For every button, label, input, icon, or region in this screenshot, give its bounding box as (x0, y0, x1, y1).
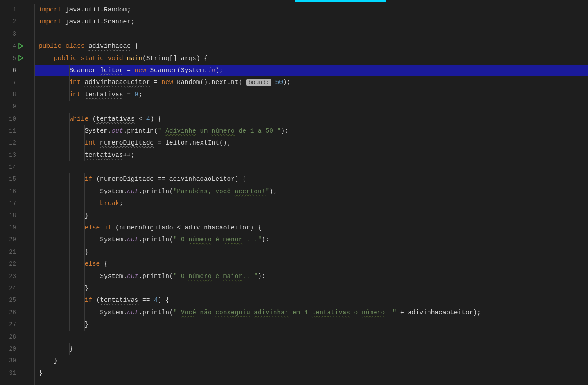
code-line[interactable]: public class adivinhacao { (35, 40, 588, 52)
code-token (38, 260, 84, 267)
gutter-row[interactable]: 29 (0, 343, 27, 355)
code-line[interactable]: int tentativas = 0; (35, 89, 588, 101)
run-gutter-icon (18, 346, 24, 352)
gutter-row[interactable]: 1 (0, 4, 27, 16)
gutter-row[interactable]: 14 (0, 161, 27, 173)
code-line[interactable]: if (numeroDigitado == adivinhacaoLeitor)… (35, 173, 588, 185)
indent-guide (54, 65, 54, 76)
code-line[interactable]: int numeroDigitado = leitor.nextInt(); (35, 137, 588, 149)
gutter-row[interactable]: 23 (0, 271, 27, 282)
gutter-row[interactable]: 19 (0, 222, 27, 234)
gutter-row[interactable]: 5 (0, 53, 27, 65)
gutter-row[interactable]: 10 (0, 113, 27, 125)
code-token: } (38, 321, 88, 328)
gutter-row[interactable]: 18 (0, 210, 27, 222)
code-line[interactable]: System.out.println("Parabéns, você acert… (35, 186, 588, 198)
code-line[interactable]: tentativas++; (35, 149, 588, 161)
indent-guide (69, 186, 70, 198)
code-line[interactable]: import java.util.Scanner; (35, 16, 588, 28)
code-token: = (123, 67, 134, 74)
gutter-row[interactable]: 4 (0, 40, 27, 52)
code-line[interactable]: Scanner leitor = new Scanner(System.in); (35, 65, 588, 76)
indent-guide (54, 125, 54, 137)
code-token: else if (84, 224, 115, 231)
gutter-row[interactable]: 2 (0, 16, 27, 28)
code-token (38, 55, 54, 62)
run-gutter-icon[interactable] (18, 43, 24, 50)
gutter-row[interactable]: 12 (0, 137, 27, 149)
code-line[interactable]: } (35, 319, 588, 331)
gutter-row[interactable]: 8 (0, 89, 27, 101)
code-line[interactable]: else if (numeroDigitado < adivinhacaoLei… (35, 222, 588, 234)
indent-guide (84, 210, 85, 222)
gutter-row[interactable]: 27 (0, 319, 27, 331)
gutter[interactable]: 1234567891011121314151617181920212223242… (0, 4, 27, 385)
indent-guide (69, 282, 70, 294)
gutter-row[interactable]: 30 (0, 355, 27, 367)
gutter-row[interactable]: 11 (0, 125, 27, 137)
run-gutter-icon (18, 309, 24, 316)
gutter-row[interactable]: 26 (0, 307, 27, 319)
code-token: System. (38, 236, 127, 243)
code-token: ( (96, 297, 100, 304)
code-line[interactable]: System.out.println(" O número é maior...… (35, 271, 588, 282)
code-line[interactable] (35, 28, 588, 40)
code-line[interactable]: while (tentativas < 4) { (35, 113, 588, 125)
code-line[interactable]: System.out.println(" O número é menor ..… (35, 234, 588, 246)
gutter-row[interactable]: 28 (0, 331, 27, 343)
run-gutter-icon (18, 164, 24, 171)
gutter-row[interactable]: 3 (0, 28, 27, 40)
gutter-row[interactable]: 24 (0, 282, 27, 294)
code-line[interactable]: else { (35, 258, 588, 270)
run-gutter-icon (18, 322, 24, 328)
code-token: + adivinhacaoLeitor); (396, 309, 481, 316)
code-line[interactable]: } (35, 246, 588, 258)
gutter-row[interactable]: 25 (0, 294, 27, 306)
code-line[interactable]: public static void main(String[] args) { (35, 53, 588, 65)
run-gutter-icon (18, 297, 24, 304)
code-line[interactable]: System.out.println(" Adivinhe um número … (35, 125, 588, 137)
gutter-row[interactable]: 22 (0, 258, 27, 270)
code-line[interactable]: System.out.println(" Você não conseguiu … (35, 307, 588, 319)
code-line[interactable]: if (tentativas == 4) { (35, 294, 588, 306)
code-line[interactable] (35, 101, 588, 113)
code-token: número (212, 127, 235, 134)
code-token: import (38, 18, 65, 25)
run-gutter-icon[interactable] (18, 55, 24, 61)
gutter-row[interactable]: 17 (0, 198, 27, 210)
gutter-row[interactable]: 7 (0, 76, 27, 88)
gutter-row[interactable]: 13 (0, 149, 27, 161)
code-token: ); (281, 127, 288, 134)
code-line[interactable]: import java.util.Random; (35, 4, 588, 16)
line-number: 10 (5, 113, 16, 125)
indent-guide (69, 246, 70, 258)
gutter-row[interactable]: 20 (0, 234, 27, 246)
code-area[interactable]: import java.util.Random;import java.util… (35, 4, 588, 385)
code-token: leitor (100, 67, 123, 74)
code-line[interactable]: break; (35, 198, 588, 210)
line-number: 1 (5, 4, 16, 16)
code-line[interactable] (35, 161, 588, 173)
run-gutter-icon (18, 104, 24, 110)
code-token: tentativas (84, 91, 123, 98)
gutter-row[interactable]: 15 (0, 173, 27, 185)
code-line[interactable]: } (35, 367, 588, 379)
gutter-row[interactable]: 31 (0, 367, 27, 379)
gutter-row[interactable]: 9 (0, 101, 27, 113)
parameter-hint: bound: (246, 79, 271, 86)
line-number: 27 (5, 319, 16, 331)
indent-guide (54, 246, 54, 258)
code-line[interactable]: } (35, 282, 588, 294)
code-token: < (135, 115, 146, 122)
gutter-row[interactable]: 16 (0, 186, 27, 198)
line-number: 15 (5, 173, 16, 185)
code-line[interactable]: } (35, 343, 588, 355)
gutter-row[interactable]: 21 (0, 246, 27, 258)
code-token: " (265, 188, 269, 195)
code-line[interactable]: } (35, 210, 588, 222)
gutter-row[interactable]: 6 (0, 65, 27, 76)
code-line[interactable]: } (35, 355, 588, 367)
code-line[interactable] (35, 331, 588, 343)
line-number: 14 (5, 161, 16, 173)
code-line[interactable]: int adivinhacaoLeitor = new Random().nex… (35, 76, 588, 88)
